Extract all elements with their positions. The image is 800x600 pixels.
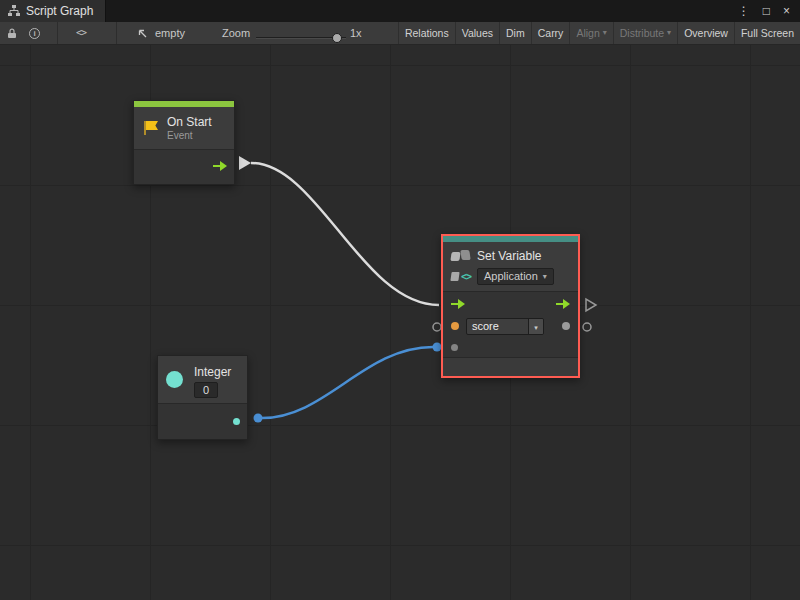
relations-button[interactable]: Relations bbox=[398, 22, 455, 44]
selection-status-label: empty bbox=[155, 22, 185, 44]
value-input-dot[interactable] bbox=[451, 344, 458, 351]
info-icon[interactable] bbox=[29, 22, 40, 44]
zoom-label: Zoom bbox=[222, 22, 250, 44]
chevron-down-icon bbox=[667, 21, 671, 45]
value-output-dot[interactable] bbox=[562, 322, 570, 330]
node-subtitle: Event bbox=[167, 130, 212, 141]
window-menu-icon[interactable]: ⋮ bbox=[738, 0, 750, 22]
zoom-value-label: 1x bbox=[350, 22, 362, 44]
unity-visual-scripting-window: Script Graph ⋮ □ × <> empty Zoom bbox=[0, 0, 800, 600]
fullscreen-button[interactable]: Full Screen bbox=[734, 22, 800, 44]
integer-header[interactable]: Integer 0 bbox=[158, 356, 247, 403]
integer-output-dot[interactable] bbox=[233, 418, 240, 425]
node-title: Integer bbox=[194, 365, 231, 379]
maximize-icon[interactable]: □ bbox=[763, 0, 770, 22]
carry-button[interactable]: Carry bbox=[531, 22, 570, 44]
script-graph-icon bbox=[8, 0, 20, 22]
setvariable-value-output-port[interactable] bbox=[583, 323, 591, 331]
values-button[interactable]: Values bbox=[455, 22, 499, 44]
scope-label: Application bbox=[484, 270, 538, 282]
window-controls: ⋮ □ × bbox=[738, 0, 800, 22]
connections-layer bbox=[0, 45, 800, 600]
on-start-header[interactable]: On Start Event bbox=[134, 107, 234, 149]
overview-button[interactable]: Overview bbox=[677, 22, 734, 44]
variables-icon bbox=[451, 250, 471, 263]
graph-toolbar: <> empty Zoom 1x Relations Values Dim Ca… bbox=[0, 22, 800, 45]
flow-output-arrow-icon[interactable] bbox=[556, 299, 570, 309]
title-bar: Script Graph ⋮ □ × bbox=[0, 0, 800, 22]
flow-output-arrow-icon[interactable] bbox=[213, 161, 227, 171]
close-icon[interactable]: × bbox=[783, 0, 790, 22]
chevron-down-icon bbox=[534, 318, 538, 335]
toolbar-separator bbox=[116, 22, 117, 44]
flow-input-arrow-icon[interactable] bbox=[451, 299, 465, 309]
name-port-dot[interactable] bbox=[451, 322, 459, 330]
variable-scope-dropdown[interactable]: Application bbox=[477, 268, 554, 285]
wire-integer-to-setvariable[interactable] bbox=[262, 347, 433, 418]
flag-icon bbox=[142, 120, 160, 136]
set-variable-header[interactable]: Set Variable <> Application bbox=[443, 242, 578, 291]
node-integer[interactable]: Integer 0 bbox=[157, 355, 248, 440]
tab-script-graph[interactable]: Script Graph bbox=[0, 0, 106, 22]
integer-output-port-connected[interactable] bbox=[254, 414, 263, 423]
variable-name-dropdown-button[interactable] bbox=[528, 319, 543, 334]
dim-button[interactable]: Dim bbox=[499, 22, 531, 44]
setvariable-flow-output-port[interactable] bbox=[586, 299, 596, 311]
node-on-start[interactable]: On Start Event bbox=[133, 100, 235, 185]
selection-arrow-icon bbox=[136, 22, 148, 44]
setvariable-name-input-port[interactable] bbox=[433, 323, 441, 331]
integer-body bbox=[158, 403, 247, 439]
variable-name-value[interactable]: score bbox=[467, 319, 528, 334]
integer-value-field[interactable]: 0 bbox=[194, 382, 218, 398]
chevron-down-icon bbox=[543, 270, 547, 282]
zoom-slider-handle[interactable] bbox=[332, 33, 342, 43]
tab-title: Script Graph bbox=[26, 4, 93, 18]
toolbar-separator bbox=[57, 22, 58, 44]
set-variable-body: score bbox=[443, 291, 578, 357]
integer-type-icon bbox=[166, 371, 183, 388]
onstart-flow-output-port[interactable] bbox=[239, 156, 251, 170]
node-set-variable[interactable]: Set Variable <> Application bbox=[441, 234, 580, 378]
node-title: Set Variable bbox=[477, 249, 541, 263]
set-variable-footer bbox=[443, 357, 578, 376]
lock-icon[interactable] bbox=[7, 22, 17, 44]
toolbar-button-group: Relations Values Dim Carry Align Distrib… bbox=[398, 22, 800, 44]
align-dropdown-button[interactable]: Align bbox=[569, 22, 612, 44]
chevron-down-icon bbox=[603, 21, 607, 45]
variable-name-field[interactable]: score bbox=[466, 318, 544, 335]
scope-icon: <> bbox=[451, 271, 471, 282]
graph-canvas[interactable]: On Start Event Set Variable <> bbox=[0, 45, 800, 600]
node-title: On Start bbox=[167, 115, 212, 129]
wire-onstart-to-setvariable[interactable] bbox=[251, 163, 439, 305]
distribute-dropdown-button[interactable]: Distribute bbox=[613, 22, 677, 44]
graph-inspector-toggle-icon[interactable]: <> bbox=[76, 22, 86, 44]
on-start-body bbox=[134, 149, 234, 184]
